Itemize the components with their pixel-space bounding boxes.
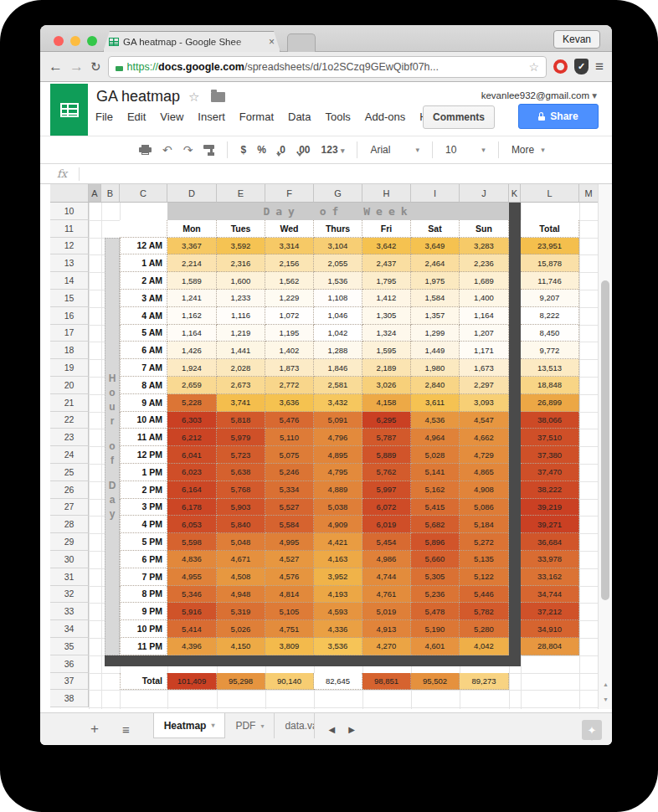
row-header-14[interactable]: 14	[50, 272, 89, 290]
row-total-cell[interactable]: 13,513	[521, 359, 579, 377]
row-total-cell[interactable]: 37,510	[521, 429, 579, 446]
back-icon[interactable]: ←	[49, 59, 63, 74]
heat-cell[interactable]: 1,042	[314, 325, 362, 342]
heat-cell[interactable]: 4,889	[314, 481, 362, 499]
heat-cell[interactable]: 1,426	[167, 342, 217, 359]
menu-add-ons[interactable]: Add-ons	[365, 110, 405, 123]
day-header-mon[interactable]: Mon	[167, 220, 217, 238]
formula-bar[interactable]: fx	[40, 164, 612, 184]
column-total-cell[interactable]: 101,409	[167, 673, 217, 691]
sheet-tab-data.va[interactable]: data.va	[275, 713, 315, 738]
heat-cell[interactable]: 5,122	[460, 568, 509, 586]
heat-cell[interactable]: 6,072	[362, 499, 411, 516]
heat-cell[interactable]: 1,357	[411, 307, 460, 325]
move-to-folder-icon[interactable]	[211, 92, 225, 102]
total-column-header[interactable]: Total	[521, 220, 579, 238]
column-header-B[interactable]: B	[101, 184, 120, 203]
heat-cell[interactable]: 2,156	[265, 254, 314, 272]
row-header-20[interactable]: 20	[50, 377, 89, 394]
column-header-L[interactable]: L	[521, 184, 579, 203]
heat-cell[interactable]: 4,593	[314, 603, 362, 620]
day-header-tues[interactable]: Tues	[217, 220, 265, 238]
heat-cell[interactable]: 2,297	[460, 377, 509, 394]
heat-cell[interactable]: 5,768	[217, 481, 265, 499]
heat-cell[interactable]: 5,723	[217, 446, 265, 464]
row-header-38[interactable]: 38	[50, 690, 89, 707]
print-icon[interactable]	[139, 145, 152, 155]
close-window-button[interactable]	[54, 36, 64, 46]
heat-cell[interactable]: 5,110	[265, 429, 314, 446]
heat-cell[interactable]: 1,562	[265, 272, 314, 290]
hour-label[interactable]: 10 AM	[120, 412, 167, 429]
heat-cell[interactable]: 3,611	[411, 394, 460, 412]
heat-cell[interactable]: 4,163	[314, 551, 362, 568]
hour-label[interactable]: 3 AM	[120, 290, 167, 307]
currency-format-button[interactable]: $	[240, 144, 246, 156]
heat-cell[interactable]: 5,135	[460, 551, 509, 568]
heat-cell[interactable]: 4,836	[167, 551, 217, 568]
heat-cell[interactable]: 1,584	[411, 290, 460, 307]
column-header-D[interactable]: D	[167, 184, 217, 203]
row-header-12[interactable]: 12	[50, 238, 89, 255]
heat-cell[interactable]: 6,041	[167, 446, 217, 464]
row-header-16[interactable]: 16	[50, 307, 89, 325]
share-button[interactable]: Share	[518, 104, 599, 129]
heat-cell[interactable]: 5,048	[217, 533, 265, 551]
star-document-icon[interactable]: ☆	[188, 90, 199, 105]
heat-cell[interactable]: 4,158	[362, 394, 411, 412]
heat-cell[interactable]: 4,150	[217, 638, 265, 655]
row-total-cell[interactable]: 37,212	[521, 603, 579, 620]
heat-cell[interactable]: 3,592	[217, 238, 265, 255]
heat-cell[interactable]: 1,795	[362, 272, 411, 290]
row-header-26[interactable]: 26	[50, 481, 89, 499]
font-size-select[interactable]: 10▾	[445, 144, 486, 156]
heat-cell[interactable]: 1,412	[362, 290, 411, 307]
heat-cell[interactable]: 5,162	[411, 481, 460, 499]
row-total-cell[interactable]: 38,066	[521, 412, 579, 429]
add-sheet-icon[interactable]: +	[90, 721, 99, 737]
column-header-A[interactable]: A	[89, 184, 101, 203]
column-header-E[interactable]: E	[217, 184, 265, 203]
sheet-tab-heatmap[interactable]: Heatmap▾	[153, 713, 226, 738]
hour-label[interactable]: 1 PM	[120, 464, 167, 481]
row-total-cell[interactable]: 39,271	[521, 516, 579, 533]
hour-label[interactable]: 5 PM	[120, 533, 167, 551]
row-header-18[interactable]: 18	[50, 342, 89, 359]
heat-cell[interactable]: 4,421	[314, 533, 362, 551]
heat-cell[interactable]: 1,536	[314, 272, 362, 290]
more-toolbar-button[interactable]: More▾	[511, 144, 545, 156]
heat-cell[interactable]: 4,986	[362, 551, 411, 568]
explore-button[interactable]: ✦	[582, 720, 602, 740]
heat-cell[interactable]: 6,053	[167, 516, 217, 533]
sheet-tab-pdf[interactable]: PDF▾	[225, 713, 275, 738]
tab-close-icon[interactable]: ×	[269, 37, 275, 47]
heat-cell[interactable]: 6,023	[167, 464, 217, 481]
day-header-sat[interactable]: Sat	[411, 220, 460, 238]
heat-cell[interactable]: 4,527	[265, 551, 314, 568]
day-header-wed[interactable]: Wed	[265, 220, 314, 238]
heat-cell[interactable]: 5,476	[265, 412, 314, 429]
bookmark-star-icon[interactable]: ☆	[529, 60, 540, 74]
row-total-cell[interactable]: 8,450	[521, 325, 579, 342]
menu-file[interactable]: File	[95, 110, 113, 123]
heat-cell[interactable]: 4,744	[362, 568, 411, 586]
heat-cell[interactable]: 6,164	[167, 481, 217, 499]
column-total-cell[interactable]: 82,645	[314, 673, 362, 691]
row-header-30[interactable]: 30	[50, 551, 89, 568]
heat-cell[interactable]: 2,214	[167, 254, 217, 272]
increase-decimals-button[interactable]: .00	[296, 144, 311, 156]
account-email[interactable]: kevanlee932@gmail.com ▾	[481, 90, 597, 101]
row-header-32[interactable]: 32	[50, 586, 89, 604]
heat-cell[interactable]: 2,464	[411, 254, 460, 272]
heat-cell[interactable]: 4,908	[460, 481, 509, 499]
row-total-cell[interactable]: 15,878	[521, 254, 579, 272]
menu-data[interactable]: Data	[288, 110, 311, 123]
heat-cell[interactable]: 2,673	[217, 377, 265, 394]
refresh-icon[interactable]: ↻	[90, 60, 101, 73]
browser-tab[interactable]: GA heatmap - Google Shee ×	[103, 31, 280, 52]
heat-cell[interactable]: 1,975	[411, 272, 460, 290]
heat-cell[interactable]: 6,212	[167, 429, 217, 446]
heat-cell[interactable]: 1,441	[217, 342, 265, 359]
heat-cell[interactable]: 5,916	[167, 603, 217, 620]
column-total-cell[interactable]: 98,851	[362, 673, 411, 691]
